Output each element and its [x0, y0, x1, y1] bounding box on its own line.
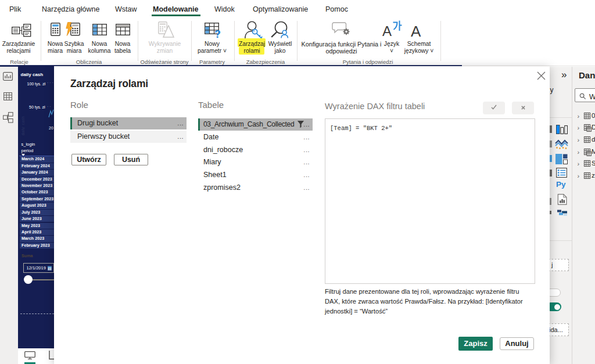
svg-text:?: ? [214, 28, 221, 40]
svg-text:A: A [382, 23, 392, 39]
svg-text:A: A [411, 23, 421, 40]
